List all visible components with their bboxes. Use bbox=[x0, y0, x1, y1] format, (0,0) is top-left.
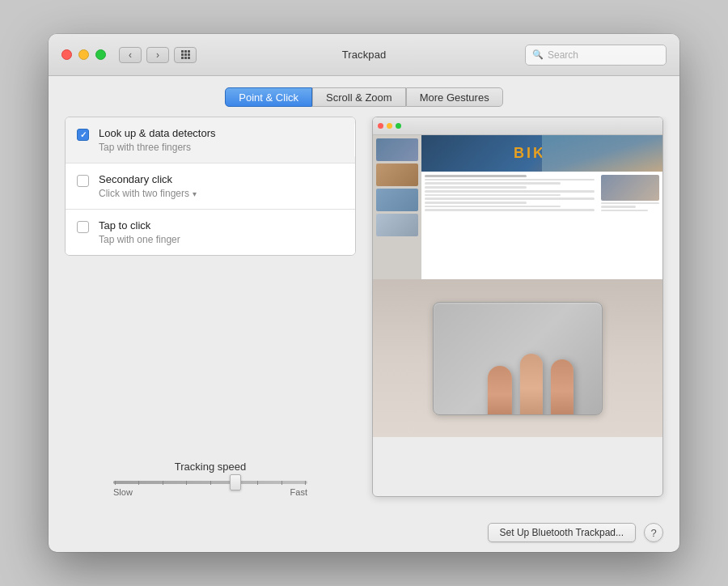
tracking-label: Tracking speed bbox=[175, 461, 246, 473]
text-line bbox=[425, 190, 595, 193]
slider-ticks bbox=[113, 481, 307, 485]
search-placeholder: Search bbox=[548, 49, 578, 61]
back-button[interactable]: ‹ bbox=[119, 47, 142, 63]
text-line bbox=[601, 202, 659, 204]
option-secondary-click[interactable]: Secondary click Click with two fingers ▾ bbox=[66, 163, 355, 210]
tab-more-gestures[interactable]: More Gestures bbox=[406, 87, 503, 107]
option-tap-to-click[interactable]: Tap to click Tap with one finger bbox=[66, 210, 355, 255]
text-line bbox=[425, 202, 527, 204]
option-text-look-up: Look up & data detectors Tap with three … bbox=[99, 127, 216, 153]
tracking-speed-slider[interactable] bbox=[230, 474, 241, 490]
browser-sidebar bbox=[373, 135, 421, 279]
option-subtitle-look-up: Tap with three fingers bbox=[99, 142, 216, 153]
maximize-button[interactable] bbox=[95, 49, 106, 60]
text-line bbox=[425, 175, 527, 177]
text-line bbox=[601, 210, 648, 211]
text-line bbox=[425, 209, 595, 211]
text-line bbox=[601, 206, 636, 207]
tab-scroll-zoom[interactable]: Scroll & Zoom bbox=[312, 87, 406, 107]
slider-tick bbox=[138, 481, 139, 485]
text-line bbox=[425, 197, 595, 200]
checkbox-tap-to-click[interactable] bbox=[77, 221, 89, 233]
trackpad-surface bbox=[433, 302, 603, 415]
tab-bar: Point & Click Scroll & Zoom More Gesture… bbox=[49, 76, 679, 117]
tracking-section: Tracking speed bbox=[65, 448, 356, 497]
slider-tick bbox=[305, 481, 306, 485]
sidebar-thumbnail-1 bbox=[376, 138, 418, 161]
traffic-lights bbox=[61, 49, 106, 60]
right-panel: BIKES bbox=[372, 117, 663, 497]
bottom-bar: Set Up Bluetooth Trackpad... ? bbox=[49, 513, 679, 552]
setup-bluetooth-button[interactable]: Set Up Bluetooth Trackpad... bbox=[488, 523, 636, 542]
window-title: Trackpad bbox=[342, 49, 387, 61]
text-line bbox=[425, 186, 527, 189]
text-line bbox=[425, 206, 561, 208]
search-icon: 🔍 bbox=[532, 49, 544, 60]
minimize-button[interactable] bbox=[78, 49, 89, 60]
slider-fast-label: Fast bbox=[290, 487, 307, 497]
slider-tick bbox=[115, 481, 116, 485]
browser-preview: BIKES bbox=[373, 117, 662, 279]
text-line bbox=[425, 194, 561, 197]
slider-tick bbox=[257, 481, 258, 485]
nav-buttons: ‹ › bbox=[119, 47, 169, 63]
options-group: Look up & data detectors Tap with three … bbox=[65, 117, 356, 256]
browser-minimize-dot bbox=[387, 123, 392, 129]
option-title-look-up: Look up & data detectors bbox=[99, 127, 216, 139]
close-button[interactable] bbox=[61, 49, 72, 60]
bikes-header: BIKES bbox=[421, 135, 662, 172]
preview-container: BIKES bbox=[372, 117, 663, 497]
tab-point-click[interactable]: Point & Click bbox=[225, 87, 312, 107]
browser-content: BIKES bbox=[373, 135, 662, 279]
browser-main-area: BIKES bbox=[421, 135, 662, 279]
option-text-secondary-click: Secondary click Click with two fingers ▾ bbox=[99, 173, 197, 199]
left-panel: Look up & data detectors Tap with three … bbox=[65, 117, 356, 497]
option-subtitle-tap-to-click: Tap with one finger bbox=[99, 234, 180, 245]
browser-body bbox=[421, 172, 662, 214]
slider-container: Slow Fast bbox=[113, 481, 307, 497]
browser-body-right bbox=[598, 172, 662, 214]
slider-track bbox=[113, 481, 307, 484]
dropdown-arrow-secondary: ▾ bbox=[193, 189, 197, 198]
search-box[interactable]: 🔍 Search bbox=[525, 45, 667, 66]
option-text-tap-to-click: Tap to click Tap with one finger bbox=[99, 219, 180, 245]
option-subtitle-secondary-click: Click with two fingers ▾ bbox=[99, 188, 197, 199]
option-title-tap-to-click: Tap to click bbox=[99, 219, 180, 231]
titlebar: ‹ › Trackpad 🔍 Search bbox=[49, 34, 679, 76]
browser-maximize-dot bbox=[396, 123, 401, 129]
help-button[interactable]: ? bbox=[644, 523, 663, 542]
forward-button[interactable]: › bbox=[146, 47, 169, 63]
sidebar-thumbnail-4 bbox=[376, 214, 418, 236]
main-window: ‹ › Trackpad 🔍 Search Point & Click Scro… bbox=[49, 34, 679, 552]
slider-labels: Slow Fast bbox=[113, 487, 307, 497]
slider-tick bbox=[186, 481, 187, 485]
sidebar-thumbnail-3 bbox=[376, 189, 418, 211]
back-icon: ‹ bbox=[129, 49, 132, 61]
browser-bar bbox=[373, 117, 662, 135]
browser-close-dot bbox=[378, 123, 383, 129]
forward-icon: › bbox=[156, 49, 159, 61]
slider-tick bbox=[163, 481, 163, 485]
main-content: Look up & data detectors Tap with three … bbox=[49, 117, 679, 513]
grid-icon bbox=[181, 50, 190, 59]
checkbox-secondary-click[interactable] bbox=[77, 175, 89, 187]
checkbox-look-up[interactable] bbox=[77, 129, 89, 141]
sidebar-thumbnail-2 bbox=[376, 163, 418, 186]
option-title-secondary-click: Secondary click bbox=[99, 173, 197, 185]
slider-slow-label: Slow bbox=[113, 487, 133, 497]
slider-tick bbox=[210, 481, 211, 485]
option-look-up[interactable]: Look up & data detectors Tap with three … bbox=[66, 117, 355, 163]
text-line bbox=[425, 182, 561, 185]
browser-body-left bbox=[421, 172, 598, 214]
grid-view-button[interactable] bbox=[174, 47, 197, 63]
text-line bbox=[425, 179, 595, 181]
slider-tick bbox=[281, 481, 282, 485]
trackpad-area bbox=[373, 279, 662, 437]
